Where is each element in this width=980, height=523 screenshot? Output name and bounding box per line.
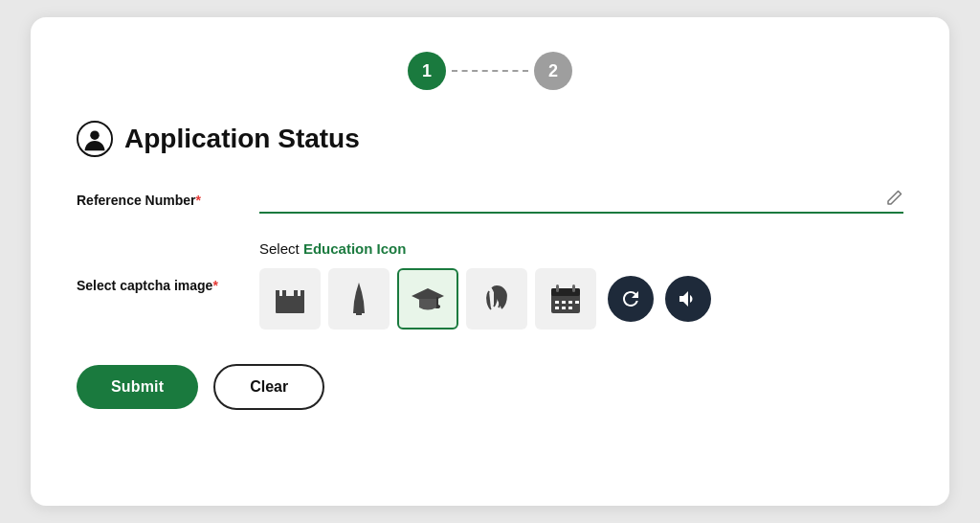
svg-rect-14 — [551, 288, 580, 296]
page-title: Application Status — [124, 124, 360, 154]
reference-number-label: Reference Number* — [77, 193, 244, 214]
edit-icon[interactable] — [886, 189, 903, 210]
step-1: 1 — [408, 52, 446, 90]
reference-number-row: Reference Number* — [77, 188, 903, 214]
svg-rect-20 — [575, 301, 579, 304]
svg-rect-3 — [276, 290, 279, 298]
submit-button[interactable]: Submit — [77, 365, 198, 409]
svg-rect-18 — [562, 301, 566, 304]
svg-rect-6 — [301, 290, 304, 298]
captcha-audio-button[interactable] — [665, 276, 711, 322]
captcha-images — [259, 268, 711, 330]
svg-rect-15 — [556, 284, 559, 292]
svg-rect-4 — [282, 290, 286, 298]
captcha-image-tower[interactable] — [328, 268, 390, 330]
reference-number-input[interactable] — [259, 188, 903, 214]
captcha-content: Select Education Icon — [259, 240, 711, 330]
captcha-image-graduation-cap[interactable] — [397, 268, 458, 330]
svg-rect-16 — [572, 284, 575, 292]
captcha-refresh-button[interactable] — [608, 276, 654, 322]
captcha-image-castle[interactable] — [259, 268, 321, 330]
svg-rect-9 — [356, 313, 362, 315]
clear-button[interactable]: Clear — [213, 364, 324, 410]
step-line — [452, 70, 528, 72]
stepper: 1 2 — [77, 52, 903, 90]
svg-rect-22 — [562, 307, 566, 309]
svg-rect-5 — [294, 290, 298, 298]
svg-point-1 — [90, 130, 100, 140]
step-2: 2 — [534, 52, 572, 90]
svg-marker-8 — [353, 283, 365, 313]
svg-rect-7 — [286, 302, 294, 313]
captcha-image-fingerprint[interactable] — [466, 268, 527, 330]
reference-input-wrapper — [259, 188, 903, 214]
svg-rect-19 — [568, 301, 572, 304]
person-icon — [77, 121, 113, 157]
application-card: 1 2 Application Status Reference Number* — [31, 17, 949, 506]
title-row: Application Status — [77, 121, 903, 157]
button-row: Submit Clear — [77, 364, 903, 410]
captcha-image-calendar[interactable] — [535, 268, 596, 330]
captcha-instruction: Select Education Icon — [259, 240, 711, 257]
svg-rect-23 — [568, 307, 572, 309]
svg-rect-21 — [555, 307, 559, 309]
svg-rect-17 — [555, 301, 559, 304]
captcha-label: Select captcha image* — [77, 278, 244, 293]
captcha-row: Select captcha image* Select Education I… — [77, 240, 903, 330]
